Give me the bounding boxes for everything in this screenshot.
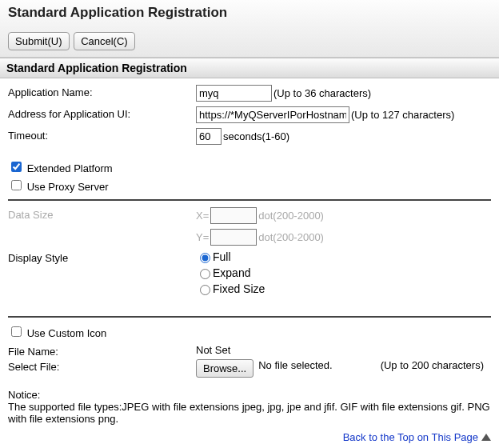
use-custom-icon-row[interactable]: Use Custom Icon bbox=[8, 327, 106, 339]
radio-expand[interactable] bbox=[200, 269, 210, 279]
browse-button[interactable]: Browse... bbox=[196, 359, 253, 378]
data-y-hint: dot(200-2000) bbox=[258, 231, 324, 243]
timeout-input[interactable] bbox=[196, 128, 222, 145]
up-triangle-icon bbox=[481, 434, 491, 441]
submit-button-top[interactable]: Submit(U) bbox=[8, 32, 70, 50]
radio-fixed-label: Fixed Size bbox=[213, 282, 265, 295]
address-label: Address for Application UI: bbox=[8, 106, 196, 120]
data-x-input bbox=[210, 207, 257, 224]
radio-full[interactable] bbox=[200, 253, 210, 263]
extended-platform-row[interactable]: Extended Platform bbox=[8, 162, 113, 174]
extended-platform-checkbox[interactable] bbox=[11, 162, 22, 172]
notice-label: Notice: bbox=[8, 389, 491, 401]
address-hint: (Up to 127 characters) bbox=[351, 109, 454, 121]
use-proxy-checkbox[interactable] bbox=[11, 180, 22, 190]
display-style-label: Display Style bbox=[8, 250, 196, 264]
radio-full-label: Full bbox=[213, 250, 231, 263]
data-size-label: Data Size bbox=[8, 207, 196, 221]
radio-expand-label: Expand bbox=[213, 266, 250, 279]
back-to-top-link[interactable]: Back to the Top on This Page bbox=[343, 431, 478, 443]
app-name-label: Application Name: bbox=[8, 85, 196, 98]
data-x-hint: dot(200-2000) bbox=[258, 210, 324, 222]
display-option-expand[interactable]: Expand bbox=[196, 266, 265, 279]
address-input[interactable] bbox=[196, 106, 349, 123]
file-name-label: File Name: bbox=[8, 344, 196, 358]
timeout-label: Timeout: bbox=[8, 128, 196, 142]
use-custom-icon-checkbox[interactable] bbox=[11, 326, 22, 337]
display-option-fixed[interactable]: Fixed Size bbox=[196, 282, 265, 295]
display-option-full[interactable]: Full bbox=[196, 250, 265, 263]
notice-text: The supported file types:JPEG with file … bbox=[8, 401, 491, 425]
use-custom-icon-label: Use Custom Icon bbox=[27, 327, 107, 339]
file-name-value: Not Set bbox=[196, 344, 230, 356]
use-proxy-row[interactable]: Use Proxy Server bbox=[8, 181, 109, 193]
separator bbox=[8, 199, 491, 201]
cancel-button-top[interactable]: Cancel(C) bbox=[74, 32, 135, 50]
app-name-input[interactable] bbox=[196, 85, 272, 102]
form-area: Application Name: (Up to 36 characters) … bbox=[0, 78, 499, 156]
use-proxy-label: Use Proxy Server bbox=[27, 181, 109, 193]
section-title: Standard Application Registration bbox=[0, 58, 499, 78]
extended-platform-label: Extended Platform bbox=[27, 162, 113, 174]
page-header: Standard Application Registration Submit… bbox=[0, 0, 499, 58]
app-name-hint: (Up to 36 characters) bbox=[273, 87, 371, 99]
data-x-prefix: X= bbox=[196, 210, 209, 222]
data-y-input bbox=[210, 229, 257, 246]
display-style-options: Full Expand Fixed Size bbox=[196, 250, 265, 298]
separator-2 bbox=[8, 316, 491, 318]
no-file-text: No file selected. bbox=[258, 359, 333, 371]
timeout-hint: seconds(1-60) bbox=[223, 130, 289, 142]
radio-fixed[interactable] bbox=[200, 285, 210, 295]
select-file-label: Select File: bbox=[8, 359, 196, 373]
page-title: Standard Application Registration bbox=[8, 5, 491, 21]
data-y-prefix: Y= bbox=[196, 231, 209, 243]
select-file-hint: (Up to 200 characters) bbox=[381, 359, 484, 371]
